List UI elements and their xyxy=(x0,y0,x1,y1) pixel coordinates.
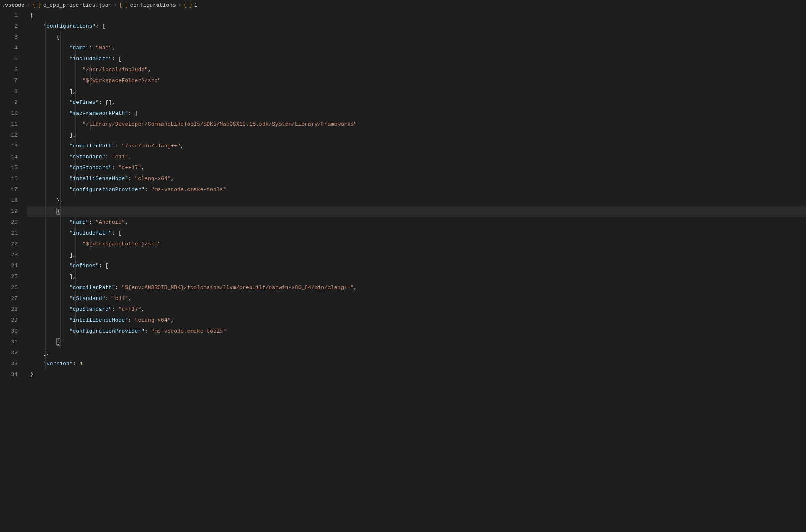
punctuation: , xyxy=(128,295,132,302)
line-number: 16 xyxy=(0,173,18,184)
chevron-right-icon: › xyxy=(178,2,182,8)
punctuation: : xyxy=(89,219,96,225)
punctuation: : xyxy=(115,143,122,149)
code-line[interactable]: } xyxy=(27,337,806,348)
json-number: 4 xyxy=(79,361,83,367)
line-number: 32 xyxy=(0,348,18,359)
breadcrumb-item-file[interactable]: { } c_cpp_properties.json xyxy=(32,2,111,8)
code-line[interactable]: { xyxy=(27,32,806,43)
code-line[interactable]: "configurationProvider": "ms-vscode.cmak… xyxy=(27,326,806,337)
punctuation: , xyxy=(171,176,174,182)
json-key: "name" xyxy=(70,45,89,51)
code-line[interactable]: "configurations": [ xyxy=(27,21,806,32)
json-string: "clang-x64" xyxy=(135,176,171,182)
code-line[interactable]: "compilerPath": "${env:ANDROID_NDK}/tool… xyxy=(27,282,806,293)
punctuation: : xyxy=(145,186,151,193)
code-line[interactable]: "includePath": [ xyxy=(27,228,806,239)
json-string: "/usr/bin/clang++" xyxy=(121,143,180,149)
breadcrumb-item-array[interactable]: [ ] configurations xyxy=(119,2,176,8)
code-area[interactable]: { "configurations": [ { "name": "Mac", "… xyxy=(27,10,806,380)
json-key: "configurationProvider" xyxy=(70,328,145,334)
code-line[interactable]: }, xyxy=(27,195,806,206)
code-line[interactable]: "cppStandard": "c++17", xyxy=(27,163,806,173)
json-object-icon: { } xyxy=(32,2,41,8)
code-line[interactable]: "name": "Android", xyxy=(27,217,806,228)
line-number: 22 xyxy=(0,239,18,250)
punctuation: { xyxy=(30,12,34,18)
punctuation: }, xyxy=(56,197,63,204)
json-key: "configurationProvider" xyxy=(70,186,145,193)
line-number: 27 xyxy=(0,293,18,304)
punctuation: , xyxy=(148,67,151,73)
line-number: 33 xyxy=(0,359,18,369)
chevron-right-icon: › xyxy=(113,2,117,8)
punctuation: ], xyxy=(70,88,76,95)
code-line[interactable]: "${workspaceFolder}/src" xyxy=(27,75,806,86)
json-string: "${workspaceFolder}/src" xyxy=(83,241,161,247)
code-line[interactable]: "cppStandard": "c++17", xyxy=(27,304,806,315)
punctuation: } xyxy=(30,372,34,378)
code-line[interactable]: { xyxy=(27,206,806,217)
code-line[interactable]: ], xyxy=(27,271,806,282)
code-line[interactable]: "intelliSenseMode": "clang-x64", xyxy=(27,173,806,184)
json-key: "version" xyxy=(43,361,72,367)
punctuation: , xyxy=(125,219,128,225)
punctuation: : xyxy=(89,45,96,51)
json-key: "intelliSenseMode" xyxy=(70,317,128,323)
punctuation: : xyxy=(72,361,79,367)
line-number: 23 xyxy=(0,250,18,261)
code-line[interactable]: ], xyxy=(27,250,806,261)
punctuation: , xyxy=(112,45,115,51)
line-number: 8 xyxy=(0,86,18,97)
line-number: 3 xyxy=(0,32,18,43)
line-number: 18 xyxy=(0,195,18,206)
code-line[interactable]: ], xyxy=(27,130,806,141)
line-number: 2 xyxy=(0,21,18,32)
breadcrumb-label: configurations xyxy=(130,2,176,8)
code-line[interactable]: } xyxy=(27,369,806,380)
code-line[interactable]: "compilerPath": "/usr/bin/clang++", xyxy=(27,141,806,152)
breadcrumb: .vscode › { } c_cpp_properties.json › [ … xyxy=(0,0,806,10)
code-line[interactable]: ], xyxy=(27,348,806,359)
punctuation: : xyxy=(128,176,135,182)
punctuation: ], xyxy=(70,132,76,138)
code-editor[interactable]: 1234567891011121314151617181920212223242… xyxy=(0,10,806,380)
json-key: "macFrameworkPath" xyxy=(70,110,128,116)
code-line[interactable]: ], xyxy=(27,86,806,97)
breadcrumb-item-index[interactable]: { } 1 xyxy=(183,2,197,8)
code-line[interactable]: "/Library/Developer/CommandLineTools/SDK… xyxy=(27,119,806,130)
punctuation: : [], xyxy=(99,99,115,106)
code-line[interactable]: "name": "Mac", xyxy=(27,43,806,54)
code-line[interactable]: "version": 4 xyxy=(27,359,806,369)
code-line[interactable]: "includePath": [ xyxy=(27,54,806,65)
breadcrumb-item-folder[interactable]: .vscode xyxy=(2,2,25,8)
punctuation: : xyxy=(112,165,119,171)
code-line[interactable]: "cStandard": "c11", xyxy=(27,152,806,163)
code-line[interactable]: "defines": [], xyxy=(27,97,806,108)
line-number: 19 xyxy=(0,206,18,217)
line-number: 34 xyxy=(0,369,18,380)
code-line[interactable]: "intelliSenseMode": "clang-x64", xyxy=(27,315,806,326)
line-number: 29 xyxy=(0,315,18,326)
code-line[interactable]: "configurationProvider": "ms-vscode.cmak… xyxy=(27,184,806,195)
line-number: 5 xyxy=(0,54,18,65)
line-number: 26 xyxy=(0,282,18,293)
code-line[interactable]: "${workspaceFolder}/src" xyxy=(27,239,806,250)
chevron-right-icon: › xyxy=(26,2,31,8)
line-number: 9 xyxy=(0,97,18,108)
line-number: 1 xyxy=(0,10,18,21)
code-line[interactable]: "cStandard": "c11", xyxy=(27,293,806,304)
code-line[interactable]: "macFrameworkPath": [ xyxy=(27,108,806,119)
code-line[interactable]: "defines": [ xyxy=(27,261,806,271)
punctuation: : [ xyxy=(96,23,105,29)
json-string: "Android" xyxy=(96,219,125,225)
line-number: 31 xyxy=(0,337,18,348)
json-key: "compilerPath" xyxy=(70,284,115,291)
punctuation: : [ xyxy=(112,56,121,62)
punctuation: , xyxy=(141,306,145,312)
line-number: 20 xyxy=(0,217,18,228)
code-line[interactable]: "/usr/local/include", xyxy=(27,65,806,75)
json-string: "c++17" xyxy=(119,306,142,312)
code-line[interactable]: { xyxy=(27,10,806,21)
json-object-icon: { } xyxy=(183,2,193,8)
